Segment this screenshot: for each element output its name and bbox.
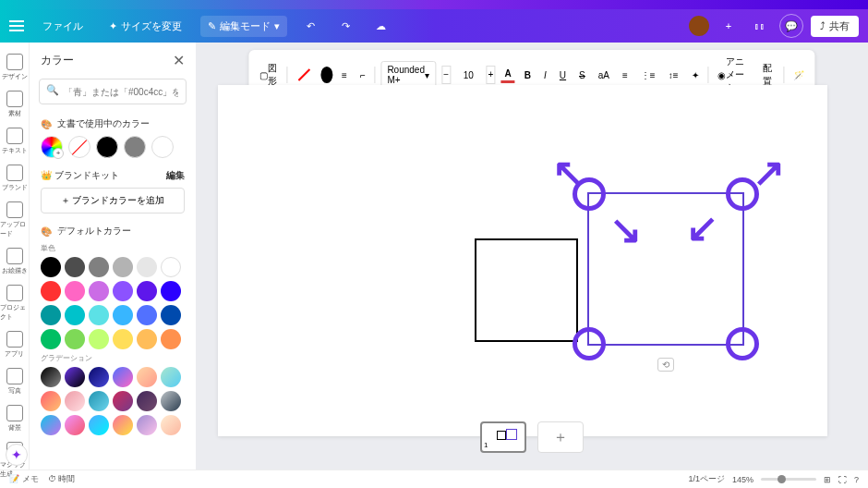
rail-item[interactable]: 素材 (0, 87, 29, 122)
add-color-swatch[interactable] (41, 136, 63, 158)
font-size-minus[interactable]: − (441, 66, 451, 84)
color-swatch[interactable] (41, 281, 61, 301)
gradient-swatch[interactable] (137, 391, 157, 411)
comment-icon[interactable]: 💬 (779, 14, 803, 38)
magic-fab-button[interactable]: ✦ (6, 444, 28, 466)
color-swatch[interactable] (124, 136, 146, 158)
strike-button[interactable]: S (575, 68, 589, 82)
case-button[interactable]: aA (595, 68, 613, 82)
fill-color[interactable] (320, 67, 332, 83)
color-swatch[interactable] (161, 329, 181, 349)
gradient-swatch[interactable] (161, 391, 181, 411)
rotate-handle[interactable]: ⟲ (657, 358, 674, 372)
gradient-swatch[interactable] (41, 415, 61, 435)
gradient-swatch[interactable] (113, 367, 133, 387)
gradient-swatch[interactable] (113, 415, 133, 435)
color-swatch[interactable] (89, 257, 109, 277)
color-swatch[interactable] (65, 281, 85, 301)
rail-item[interactable]: デザイン (0, 50, 29, 85)
border-style[interactable]: ≡ (338, 68, 351, 82)
rail-item[interactable]: テキスト (0, 124, 29, 159)
italic-button[interactable]: I (540, 68, 550, 82)
plus-icon[interactable]: + (717, 14, 741, 38)
redo-icon[interactable]: ↷ (333, 14, 357, 38)
avatar[interactable] (689, 16, 709, 36)
resize-handle-br[interactable] (726, 327, 759, 360)
rail-item[interactable]: アップロード (0, 198, 29, 242)
color-swatch[interactable] (41, 329, 61, 349)
gradient-swatch[interactable] (65, 415, 85, 435)
grid-view-icon[interactable]: ⊞ (824, 475, 831, 484)
underline-button[interactable]: U (556, 68, 570, 82)
color-swatch[interactable] (89, 305, 109, 325)
page-thumbnail[interactable]: 1 (480, 421, 526, 453)
cloud-sync-icon[interactable]: ☁ (368, 14, 392, 38)
add-page-button[interactable]: ＋ (537, 421, 584, 453)
color-swatch[interactable] (137, 281, 157, 301)
rail-item[interactable]: お絵描き (0, 244, 29, 279)
list-button[interactable]: ⋮≡ (637, 68, 659, 82)
analytics-icon[interactable]: ⫾⫾ (748, 14, 772, 38)
color-swatch[interactable] (161, 257, 181, 277)
menu-file[interactable]: ファイル (35, 16, 90, 37)
rail-item[interactable]: 背景 (0, 401, 29, 436)
color-swatch[interactable] (65, 305, 85, 325)
edit-brand-link[interactable]: 編集 (166, 169, 185, 182)
gradient-swatch[interactable] (113, 391, 133, 411)
color-swatch[interactable] (137, 257, 157, 277)
gradient-swatch[interactable] (65, 367, 85, 387)
color-swatch[interactable] (151, 136, 174, 158)
align-button[interactable]: ≡ (619, 68, 632, 82)
design-canvas[interactable]: ↖ ↘ ↗ ↙ ⟲ (218, 85, 827, 436)
menu-edit-mode[interactable]: ✎ 編集モード ▾ (200, 16, 287, 37)
page-indicator[interactable]: 1/1ページ (688, 473, 725, 485)
undo-icon[interactable]: ↶ (298, 14, 322, 38)
resize-handle-bl[interactable] (573, 327, 606, 360)
effects-button[interactable]: ✦ (688, 68, 703, 82)
color-swatch[interactable] (137, 305, 157, 325)
color-swatch[interactable] (137, 329, 157, 349)
color-swatch[interactable] (41, 257, 61, 277)
rectangle-shape-1[interactable] (475, 238, 578, 342)
color-swatch[interactable] (113, 329, 133, 349)
color-search-input[interactable] (39, 79, 187, 104)
color-swatch[interactable] (65, 257, 85, 277)
color-swatch[interactable] (113, 257, 133, 277)
add-brand-color-button[interactable]: ＋ ブランドカラーを追加 (41, 188, 185, 214)
color-swatch[interactable] (41, 305, 61, 325)
border-color[interactable] (293, 66, 315, 84)
more-icon[interactable]: 🪄 (790, 68, 808, 82)
font-size-input[interactable] (456, 70, 480, 80)
gradient-swatch[interactable] (161, 367, 181, 387)
color-swatch[interactable] (65, 329, 85, 349)
corner-radius[interactable]: ⌐ (356, 68, 369, 82)
bold-button[interactable]: B (521, 68, 535, 82)
text-color[interactable]: A (501, 67, 515, 83)
color-swatch[interactable] (89, 281, 109, 301)
gradient-swatch[interactable] (41, 391, 61, 411)
color-swatch[interactable] (113, 305, 133, 325)
font-size-plus[interactable]: + (486, 66, 495, 84)
no-color-swatch[interactable] (68, 136, 90, 158)
rail-item[interactable]: ブランド (0, 161, 29, 196)
gradient-swatch[interactable] (65, 391, 85, 411)
gradient-swatch[interactable] (161, 415, 181, 435)
color-swatch[interactable] (89, 329, 109, 349)
hamburger-icon[interactable] (9, 20, 24, 31)
spacing-button[interactable]: ↕≡ (665, 68, 682, 82)
gradient-swatch[interactable] (41, 367, 61, 387)
gradient-swatch[interactable] (89, 367, 109, 387)
color-swatch[interactable] (96, 136, 118, 158)
rectangle-shape-selected[interactable]: ↖ ↘ ↗ ↙ ⟲ (587, 192, 744, 346)
gradient-swatch[interactable] (137, 367, 157, 387)
color-swatch[interactable] (113, 281, 133, 301)
gradient-swatch[interactable] (89, 391, 109, 411)
rail-item[interactable]: 写真 (0, 364, 29, 399)
help-icon[interactable]: ? (854, 475, 859, 484)
fullscreen-icon[interactable]: ⛶ (838, 475, 847, 484)
color-swatch[interactable] (161, 305, 181, 325)
share-button[interactable]: ⤴ 共有 (811, 16, 859, 37)
close-icon[interactable]: ✕ (173, 52, 185, 69)
gradient-swatch[interactable] (89, 415, 109, 435)
timer-button[interactable]: ⏱ 時間 (48, 473, 76, 485)
